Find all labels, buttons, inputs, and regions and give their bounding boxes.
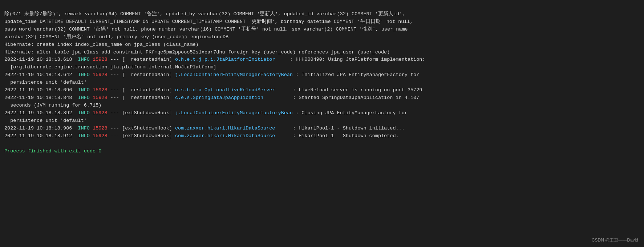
- console-segment: 2022-11-19 10:18:18.906: [4, 126, 78, 131]
- console-line: 2022-11-19 10:18:18.892 INFO 15928 --- […: [4, 109, 640, 117]
- console-line: Hibernate: alter table jpa_class add con…: [4, 49, 640, 56]
- console-segment: 15928: [90, 126, 108, 131]
- console-segment: INFO: [78, 72, 90, 77]
- console-segment: 2022-11-19 10:18:18.696: [4, 87, 78, 93]
- console-segment: 15928: [90, 110, 108, 116]
- console-output: 除(0/1 未删除/删除)', remark varchar(64) COMME…: [4, 3, 640, 155]
- console-segment: 2022-11-19 10:18:18.642: [4, 72, 78, 77]
- console-segment: com.zaxxer.hikari.HikariDataSource: [175, 133, 293, 139]
- console-segment: : HHH000490: Using JtaPlatform implement…: [290, 57, 425, 62]
- console-segment: : HikariPool-1 - Shutdown initiated...: [293, 126, 405, 131]
- console-line: 2022-11-19 10:18:18.696 INFO 15928 --- […: [4, 87, 640, 94]
- console-line: seconds (JVM running for 6.715): [4, 102, 640, 109]
- console-line: varchar(32) COMMENT '用户名' not null, prim…: [4, 33, 640, 41]
- console-segment: 15928: [90, 95, 108, 100]
- console-segment: 2022-11-19 10:18:18.912: [4, 133, 78, 139]
- console-segment: Hibernate: create index index_class_name…: [4, 42, 199, 47]
- console-segment: seconds (JVM running for 6.715): [4, 103, 101, 108]
- console-line: 2022-11-19 10:18:18.642 INFO 15928 --- […: [4, 71, 640, 79]
- console-segment: : Closing JPA EntityManagerFactory for: [293, 110, 408, 116]
- console-segment: 除(0/1 未删除/删除)', remark varchar(64) COMME…: [4, 11, 405, 17]
- console-segment: 15928: [90, 87, 108, 93]
- console-segment: 15928: [90, 133, 108, 139]
- console-segment: [org.hibernate.engine.transaction.jta.pl…: [4, 64, 216, 70]
- console-segment: com.zaxxer.hikari.HikariDataSource: [175, 126, 293, 131]
- console-segment: pass_word varchar(32) COMMENT '密码' not n…: [4, 27, 408, 32]
- console-line: update_time DATETIME DEFAULT CURRENT_TIM…: [4, 18, 640, 26]
- console-segment: --- [extShutdownHook]: [108, 133, 175, 139]
- console-line: [org.hibernate.engine.transaction.jta.pl…: [4, 64, 640, 71]
- console-line: 2022-11-19 10:18:18.912 INFO 15928 --- […: [4, 132, 640, 140]
- console-segment: Hibernate: alter table jpa_class add con…: [4, 49, 390, 55]
- console-segment: --- [extShutdownHook]: [108, 110, 175, 116]
- console-segment: INFO: [78, 110, 90, 116]
- console-line: 除(0/1 未删除/删除)', remark varchar(64) COMME…: [4, 11, 640, 18]
- console-segment: persistence unit 'default': [4, 80, 87, 85]
- console-segment: --- [ restartedMain]: [108, 57, 175, 62]
- console-segment: --- [extShutdownHook]: [108, 126, 175, 131]
- console-segment: Process finished with exit code 0: [4, 148, 101, 154]
- watermark: CSDN @王卫——David: [592, 237, 638, 243]
- console-segment: 2022-11-19 10:18:18.848: [4, 95, 78, 100]
- console-line: pass_word varchar(32) COMMENT '密码' not n…: [4, 26, 640, 33]
- console-segment: INFO: [78, 126, 90, 131]
- console-segment: j.LocalContainerEntityManagerFactoryBean: [175, 110, 293, 116]
- console-segment: --- [ restartedMain]: [108, 72, 175, 77]
- console-segment: : HikariPool-1 - Shutdown completed.: [293, 133, 399, 139]
- console-line: 2022-11-19 10:18:18.848 INFO 15928 --- […: [4, 94, 640, 102]
- console-segment: varchar(32) COMMENT '用户名' not null, prim…: [4, 34, 228, 40]
- console-segment: c.e.s.SpringDataJpaApplication: [175, 95, 293, 100]
- console-line: Process finished with exit code 0: [4, 148, 640, 155]
- console-segment: update_time DATETIME DEFAULT CURRENT_TIM…: [4, 19, 413, 24]
- console-line: persistence unit 'default': [4, 79, 640, 87]
- console-segment: : LiveReload server is running on port 3…: [293, 87, 422, 93]
- console-line: persistence unit 'default': [4, 117, 640, 125]
- console-segment: INFO: [78, 133, 90, 139]
- console-segment: 15928: [90, 72, 108, 77]
- console-segment: j.LocalContainerEntityManagerFactoryBean: [175, 72, 293, 77]
- console-segment: INFO: [78, 57, 90, 62]
- console-segment: --- [ restartedMain]: [108, 95, 175, 100]
- console-segment: INFO: [78, 87, 90, 93]
- console-line: [4, 140, 640, 148]
- console-segment: o.h.e.t.j.p.i.JtaPlatformInitiator: [175, 57, 290, 62]
- console-segment: persistence unit 'default': [4, 118, 87, 123]
- console-line: 2022-11-19 10:18:18.906 INFO 15928 --- […: [4, 125, 640, 132]
- console-segment: 2022-11-19 10:18:18.892: [4, 110, 78, 116]
- console-segment: o.s.b.d.a.OptionalLiveReloadServer: [175, 87, 293, 93]
- console-segment: : Initialized JPA EntityManagerFactory f…: [293, 72, 419, 77]
- console-segment: 2022-11-19 10:18:18.618: [4, 57, 78, 62]
- console-segment: : Started SpringDataJpaApplication in 4.…: [293, 95, 419, 100]
- console-line: Hibernate: create index index_class_name…: [4, 41, 640, 49]
- console-segment: --- [ restartedMain]: [108, 87, 175, 93]
- console-line: 2022-11-19 10:18:18.618 INFO 15928 --- […: [4, 56, 640, 64]
- console-segment: 15928: [90, 57, 108, 62]
- console-segment: INFO: [78, 95, 90, 100]
